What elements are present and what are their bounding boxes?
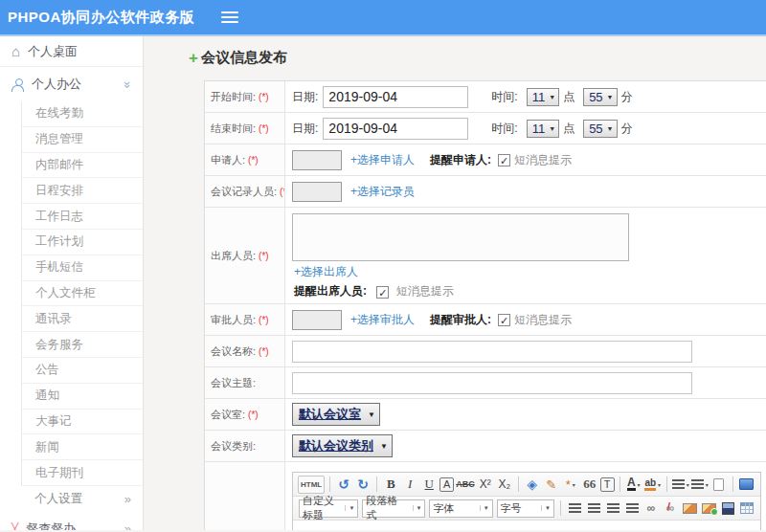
- end-date-input[interactable]: [323, 118, 468, 140]
- underline-icon[interactable]: U: [420, 476, 438, 494]
- select-approver-link[interactable]: +选择审批人: [350, 312, 415, 328]
- strikethrough-icon[interactable]: ABC: [456, 476, 475, 494]
- sidebar-item-conference-service[interactable]: 会务服务: [22, 332, 143, 358]
- row-meeting-content: HTML ↺ ↻ B I U A ABC X² X₂: [205, 462, 766, 530]
- sidebar-item-announcement[interactable]: 公告: [22, 358, 143, 384]
- chevron-down-icon: ▼: [549, 125, 555, 132]
- required-mark: (*): [259, 123, 269, 134]
- align-left-icon[interactable]: [566, 499, 583, 518]
- html-source-button[interactable]: HTML: [298, 476, 325, 494]
- row-approver: 审批人员:(*) +选择审批人 提醒审批人: ✓ 短消息提示: [205, 304, 766, 336]
- attendees-textarea[interactable]: [292, 213, 629, 261]
- meeting-category-select[interactable]: 默认会议类别 ▼: [292, 434, 393, 457]
- table-icon[interactable]: [738, 499, 755, 518]
- meeting-name-label: 会议名称:: [211, 344, 256, 359]
- align-center-icon[interactable]: [585, 499, 602, 518]
- font-color-icon[interactable]: A▾: [625, 476, 642, 494]
- start-hour-select[interactable]: 11▼: [527, 88, 559, 106]
- row-attendees: 出席人员:(*) +选择出席人 提醒出席人员: ✓ 短消息提示: [205, 208, 766, 304]
- sidebar-item-internal-mail[interactable]: 内部邮件: [22, 153, 143, 179]
- align-right-icon[interactable]: [604, 499, 621, 518]
- meeting-name-input[interactable]: [292, 341, 692, 363]
- sidebar-section-supervision[interactable]: ╳ 督查督办 »: [0, 512, 143, 530]
- select-recorder-link[interactable]: +选择记录员: [350, 184, 415, 200]
- new-page-icon[interactable]: [710, 476, 728, 494]
- sidebar-item-schedule[interactable]: 日程安排: [22, 178, 143, 204]
- chevron-down-icon: ▼: [480, 505, 489, 511]
- chevron-down-icon: ▼: [413, 505, 422, 511]
- brush-icon[interactable]: ✎: [543, 476, 560, 494]
- undo-icon[interactable]: ↺: [335, 476, 352, 494]
- applicant-input[interactable]: [292, 150, 342, 170]
- custom-title-select[interactable]: 自定义标题▼: [299, 499, 358, 518]
- row-end-time: 结束时间:(*) 日期: 时间: 11▼ 点 55▼ 分: [205, 113, 766, 144]
- end-hour-select[interactable]: 11▼: [527, 120, 559, 138]
- bold-icon[interactable]: B: [382, 476, 399, 494]
- sidebar-item-news[interactable]: 新闻: [22, 434, 143, 460]
- sidebar-item-personal-settings[interactable]: 个人设置 »: [0, 486, 143, 512]
- editor-content-area[interactable]: [293, 521, 760, 530]
- insert-link-icon[interactable]: ∞: [642, 499, 660, 518]
- sidebar-item-e-journal[interactable]: 电子期刊: [22, 460, 143, 486]
- select-attendees-link[interactable]: +选择出席人: [294, 264, 358, 280]
- italic-icon[interactable]: I: [401, 476, 418, 494]
- sidebar-item-sms[interactable]: 手机短信: [22, 255, 143, 281]
- subscript-icon[interactable]: X₂: [496, 476, 513, 494]
- end-minute-select[interactable]: 55▼: [583, 120, 617, 138]
- blockquote-icon[interactable]: 66: [581, 476, 598, 494]
- sidebar-item-notice[interactable]: 通知: [22, 384, 143, 410]
- fullscreen-icon[interactable]: [738, 476, 755, 494]
- eraser-icon[interactable]: ◈: [524, 476, 541, 494]
- sidebar-item-personal-cabinet[interactable]: 个人文件柜: [22, 281, 143, 307]
- sidebar-item-message-management[interactable]: 消息管理: [22, 127, 143, 153]
- chevron-right-icon: »: [124, 492, 131, 506]
- sidebar-section-personal-office[interactable]: 个人办公 »: [0, 67, 143, 101]
- approver-input[interactable]: [292, 310, 342, 330]
- meeting-subject-input[interactable]: [292, 372, 692, 394]
- paragraph-format-select[interactable]: 段落格式▼: [362, 499, 425, 518]
- start-date-input[interactable]: [323, 86, 468, 108]
- rich-text-editor: HTML ↺ ↻ B I U A ABC X² X₂: [292, 472, 761, 530]
- chevron-down-icon: ▼: [549, 94, 555, 100]
- media-icon[interactable]: [719, 499, 736, 518]
- sidebar-item-desktop[interactable]: ⌂ 个人桌面: [0, 36, 143, 67]
- recorder-input[interactable]: [292, 182, 342, 202]
- sms-remind-checkbox[interactable]: ✓: [376, 286, 389, 299]
- superscript-icon[interactable]: X²: [477, 476, 494, 494]
- font-style-icon[interactable]: A: [439, 477, 454, 492]
- start-minute-select[interactable]: 55▼: [583, 88, 617, 106]
- supervision-icon: ╳: [11, 523, 18, 530]
- justify-icon[interactable]: [623, 499, 641, 518]
- redo-icon[interactable]: ↻: [354, 476, 372, 494]
- sms-remind-checkbox[interactable]: ✓: [498, 154, 510, 166]
- remove-link-icon[interactable]: ∞: [662, 499, 679, 518]
- font-family-select[interactable]: 字体▼: [429, 499, 492, 518]
- paste-text-icon[interactable]: T: [600, 477, 615, 492]
- sidebar-item-contacts[interactable]: 通讯录: [22, 306, 143, 332]
- meeting-room-select[interactable]: 默认会议室 ▼: [292, 403, 380, 426]
- row-meeting-room: 会议室:(*) 默认会议室 ▼: [205, 399, 766, 431]
- font-size-select[interactable]: 字号▼: [497, 499, 554, 518]
- sidebar-item-online-attendance[interactable]: 在线考勤: [22, 101, 143, 127]
- ordered-list-icon[interactable]: ▾: [672, 476, 689, 494]
- chevron-down-icon: ▾: [658, 481, 661, 488]
- hamburger-menu-icon[interactable]: [221, 9, 238, 26]
- chevron-down-icon: ▼: [368, 410, 375, 419]
- topbar: PHPOA协同办公软件政务版: [0, 0, 766, 36]
- required-mark: (*): [259, 92, 269, 102]
- select-applicant-link[interactable]: +选择申请人: [350, 152, 415, 168]
- sidebar-item-work-plan[interactable]: 工作计划: [22, 230, 143, 255]
- unordered-list-icon[interactable]: ▾: [691, 476, 709, 494]
- end-time-label: 结束时间:: [211, 122, 256, 136]
- sms-remind-label: 短消息提示: [514, 152, 572, 168]
- remind-applicant-label: 提醒申请人:: [430, 152, 491, 168]
- sms-remind-label: 短消息提示: [396, 284, 454, 298]
- sidebar-item-memorabilia[interactable]: 大事记: [22, 410, 143, 435]
- sms-remind-checkbox[interactable]: ✓: [498, 314, 510, 326]
- image-icon[interactable]: [681, 499, 698, 518]
- insert-image-icon[interactable]: [700, 499, 717, 518]
- highlight-color-icon[interactable]: ab▾: [644, 476, 662, 494]
- chevron-down-icon: ▾: [706, 481, 709, 488]
- sidebar-item-work-log[interactable]: 工作日志: [22, 204, 143, 230]
- format-painter-icon[interactable]: *▾: [562, 476, 579, 494]
